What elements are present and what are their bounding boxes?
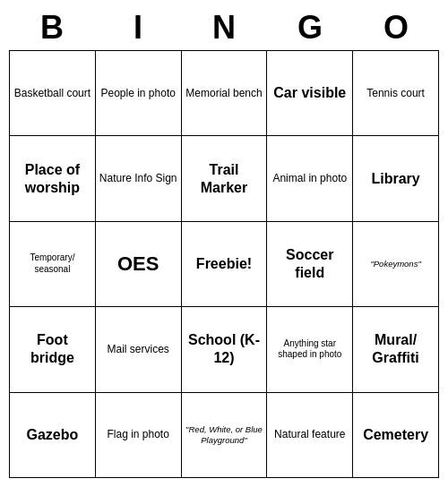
cell-r2-c3[interactable]: Soccer field: [267, 222, 353, 307]
cell-label: Mural/ Graffiti: [357, 331, 435, 367]
cell-label: "Red, White, or Blue Playground": [185, 424, 263, 446]
cell-r0-c3[interactable]: Car visible: [267, 51, 353, 136]
cell-label: OES: [117, 252, 159, 277]
cell-label: Car visible: [273, 84, 346, 102]
cell-label: Cemetery: [363, 426, 428, 444]
cell-r1-c3[interactable]: Animal in photo: [267, 136, 353, 221]
cell-label: Place of worship: [13, 161, 91, 197]
cell-r3-c1[interactable]: Mail services: [96, 307, 182, 392]
cell-r3-c4[interactable]: Mural/ Graffiti: [353, 307, 439, 392]
cell-label: Trail Marker: [185, 161, 263, 197]
cell-label: Mail services: [108, 343, 169, 356]
cell-label: "Pokeymons": [370, 259, 420, 269]
cell-r2-c1[interactable]: OES: [96, 222, 182, 307]
cell-label: Library: [371, 170, 419, 188]
bingo-header: BINGO: [9, 9, 439, 47]
cell-label: People in photo: [100, 87, 175, 100]
cell-label: Nature Info Sign: [99, 172, 177, 185]
cell-r0-c1[interactable]: People in photo: [96, 51, 182, 136]
cell-label: Anything star shaped in photo: [271, 338, 349, 361]
cell-r3-c0[interactable]: Foot bridge: [10, 307, 96, 392]
header-letter: B: [9, 9, 95, 47]
cell-r3-c2[interactable]: School (K-12): [182, 307, 268, 392]
header-letter: G: [267, 9, 353, 47]
cell-r2-c2[interactable]: Freebie!: [182, 222, 268, 307]
header-letter: I: [95, 9, 181, 47]
header-letter: O: [353, 9, 439, 47]
cell-r2-c4[interactable]: "Pokeymons": [353, 222, 439, 307]
cell-r3-c3[interactable]: Anything star shaped in photo: [267, 307, 353, 392]
cell-label: Memorial bench: [185, 87, 262, 100]
cell-r1-c4[interactable]: Library: [353, 136, 439, 221]
cell-label: Flag in photo: [108, 428, 169, 441]
cell-r1-c2[interactable]: Trail Marker: [182, 136, 268, 221]
cell-label: Temporary/ seasonal: [13, 252, 91, 275]
cell-r1-c0[interactable]: Place of worship: [10, 136, 96, 221]
cell-label: Animal in photo: [272, 172, 347, 185]
cell-label: Freebie!: [196, 255, 252, 273]
cell-label: Foot bridge: [13, 331, 91, 367]
cell-r4-c3[interactable]: Natural feature: [267, 393, 353, 478]
cell-label: Natural feature: [274, 428, 345, 441]
cell-r4-c0[interactable]: Gazebo: [10, 393, 96, 478]
bingo-grid: Basketball courtPeople in photoMemorial …: [9, 50, 439, 478]
cell-r2-c0[interactable]: Temporary/ seasonal: [10, 222, 96, 307]
cell-label: Basketball court: [14, 87, 90, 100]
cell-label: Tennis court: [366, 87, 425, 100]
cell-r4-c1[interactable]: Flag in photo: [96, 393, 182, 478]
cell-label: School (K-12): [185, 331, 263, 367]
cell-r4-c2[interactable]: "Red, White, or Blue Playground": [182, 393, 268, 478]
cell-r4-c4[interactable]: Cemetery: [353, 393, 439, 478]
cell-label: Soccer field: [271, 246, 349, 282]
cell-r0-c0[interactable]: Basketball court: [10, 51, 96, 136]
header-letter: N: [181, 9, 267, 47]
cell-r1-c1[interactable]: Nature Info Sign: [96, 136, 182, 221]
cell-r0-c4[interactable]: Tennis court: [353, 51, 439, 136]
cell-r0-c2[interactable]: Memorial bench: [182, 51, 268, 136]
cell-label: Gazebo: [27, 426, 79, 444]
